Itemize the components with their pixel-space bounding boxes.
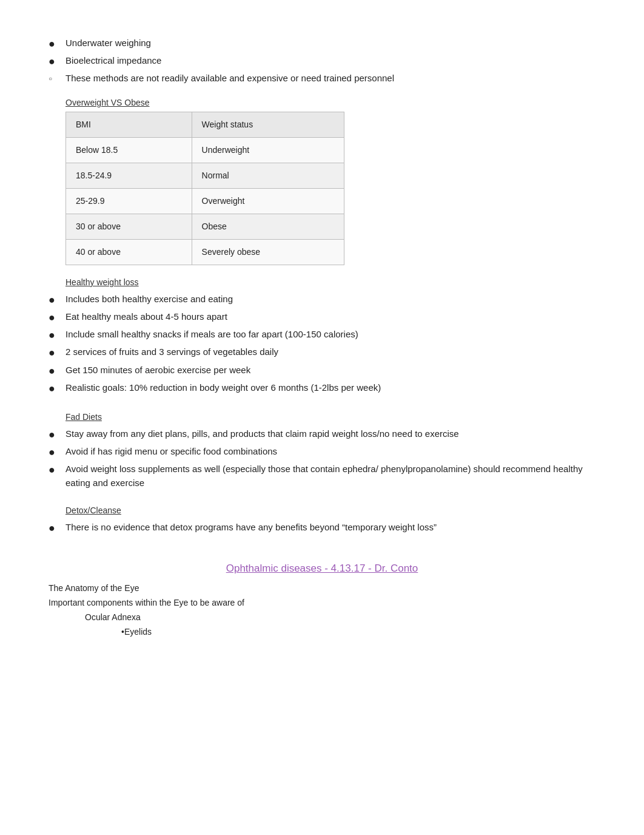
healthy-weight-loss-heading: Healthy weight loss	[65, 276, 595, 289]
list-item: ●Includes both healthy exercise and eati…	[49, 292, 595, 308]
top-bullet-list: ● Underwater weighing ● Bioelectrical im…	[49, 36, 595, 86]
list-item: ●2 services of fruits and 3 servings of …	[49, 345, 595, 360]
bullet-icon: ●	[49, 54, 65, 69]
list-item: ●Eat healthy meals about 4-5 hours apart	[49, 310, 595, 325]
table-title: Overweight VS Obese	[65, 96, 595, 109]
list-item-text: Stay away from any diet plans, pills, an…	[65, 427, 459, 441]
table-row: 40 or aboveSeverely obese	[66, 239, 344, 265]
healthy-weight-loss-section: Healthy weight loss ●Includes both healt…	[49, 276, 595, 396]
list-item: ●Include small healthy snacks if meals a…	[49, 328, 595, 343]
healthy-weight-loss-list: ●Includes both healthy exercise and eati…	[49, 292, 595, 396]
table-cell: 18.5-24.9	[66, 163, 192, 188]
bullet-icon: ●	[49, 381, 65, 396]
table-header-row: BMI Weight status	[66, 112, 344, 137]
list-item: ● Bioelectrical impedance	[49, 54, 595, 69]
list-item: ●Get 150 minutes of aerobic exercise per…	[49, 363, 595, 379]
bullet-icon: ●	[49, 462, 65, 478]
table-row: 25-29.9Overweight	[66, 188, 344, 214]
table-row: 18.5-24.9Normal	[66, 163, 344, 188]
list-item-text: Avoid weight loss supplements as well (e…	[65, 462, 595, 490]
list-item: ●Avoid weight loss supplements as well (…	[49, 462, 595, 490]
table-cell: 40 or above	[66, 239, 192, 265]
important-line: Important components within the Eye to b…	[49, 597, 595, 609]
list-item: ●Realistic goals: 10% reduction in body …	[49, 381, 595, 396]
list-item: ●Stay away from any diet plans, pills, a…	[49, 427, 595, 442]
table-cell: Obese	[192, 214, 344, 239]
bullet-icon: ●	[49, 363, 65, 379]
bullet-icon: ●	[49, 292, 65, 308]
ocular-adnexa: Ocular Adnexa	[85, 611, 595, 624]
table-row: Below 18.5Underweight	[66, 137, 344, 163]
table-cell: 30 or above	[66, 214, 192, 239]
table-cell: 25-29.9	[66, 188, 192, 214]
table-cell: Overweight	[192, 188, 344, 214]
bullet-icon: ●	[49, 328, 65, 343]
anatomy-title: The Anatomy of the Eye	[49, 582, 595, 595]
bullet-icon: ●	[49, 445, 65, 460]
eyelids: •Eyelids	[121, 626, 595, 638]
anatomy-section: The Anatomy of the Eye Important compone…	[49, 582, 595, 638]
table-cell: Underweight	[192, 137, 344, 163]
list-item-text: Get 150 minutes of aerobic exercise per …	[65, 363, 250, 377]
table-cell: Below 18.5	[66, 137, 192, 163]
list-item-text: Avoid if has rigid menu or specific food…	[65, 445, 277, 459]
list-item: ○ These methods are not readily availabl…	[49, 72, 595, 86]
detox-list: ●There is no evidence that detox program…	[49, 521, 595, 536]
list-item-text: Realistic goals: 10% reduction in body w…	[65, 381, 381, 395]
bullet-icon: ●	[49, 427, 65, 442]
list-item: ●Avoid if has rigid menu or specific foo…	[49, 445, 595, 460]
list-item-text: Eat healthy meals about 4-5 hours apart	[65, 310, 227, 324]
list-item-text: 2 services of fruits and 3 servings of v…	[65, 345, 278, 359]
fad-diets-heading: Fad Diets	[65, 411, 595, 424]
list-item-text: These methods are not readily available …	[65, 72, 394, 86]
circle-icon: ○	[49, 72, 65, 83]
table-header-bmi: BMI	[66, 112, 192, 137]
fad-diets-section: Fad Diets ●Stay away from any diet plans…	[49, 411, 595, 490]
table-row: 30 or aboveObese	[66, 214, 344, 239]
ophthalmic-heading: Ophthalmic diseases - 4.13.17 - Dr. Cont…	[49, 561, 595, 576]
bmi-table: BMI Weight status Below 18.5Underweight1…	[65, 112, 344, 265]
table-header-status: Weight status	[192, 112, 344, 137]
bullet-icon: ●	[49, 345, 65, 360]
bmi-table-section: Overweight VS Obese BMI Weight status Be…	[65, 96, 595, 265]
table-cell: Severely obese	[192, 239, 344, 265]
list-item-text: There is no evidence that detox programs…	[65, 521, 437, 535]
list-item-text: Bioelectrical impedance	[65, 54, 161, 68]
list-item: ●There is no evidence that detox program…	[49, 521, 595, 536]
list-item-text: Underwater weighing	[65, 36, 151, 50]
bullet-icon: ●	[49, 36, 65, 52]
list-item: ● Underwater weighing	[49, 36, 595, 52]
fad-diets-list: ●Stay away from any diet plans, pills, a…	[49, 427, 595, 490]
table-cell: Normal	[192, 163, 344, 188]
bullet-icon: ●	[49, 310, 65, 325]
detox-heading: Detox/Cleanse	[65, 504, 595, 517]
bullet-icon: ●	[49, 521, 65, 536]
list-item-text: Include small healthy snacks if meals ar…	[65, 328, 358, 342]
list-item-text: Includes both healthy exercise and eatin…	[65, 292, 233, 306]
detox-section: Detox/Cleanse ●There is no evidence that…	[49, 504, 595, 536]
